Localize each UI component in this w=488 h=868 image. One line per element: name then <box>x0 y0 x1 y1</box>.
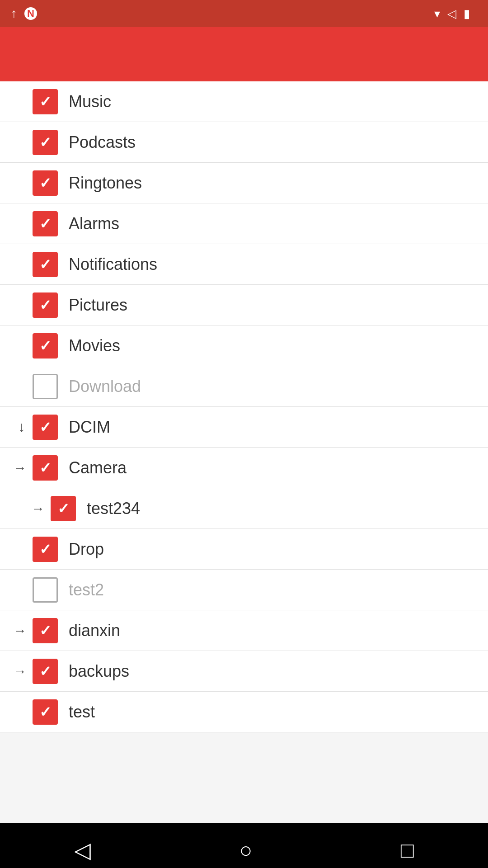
folder-item-test[interactable]: test <box>0 692 488 732</box>
folder-label-pictures: Pictures <box>69 296 127 315</box>
checkbox-download[interactable] <box>33 374 58 399</box>
folder-item-notifications[interactable]: Notifications <box>0 244 488 285</box>
folder-label-music: Music <box>69 92 111 111</box>
checkbox-podcasts[interactable] <box>33 130 58 155</box>
home-button[interactable]: ○ <box>239 838 252 863</box>
checkbox-music[interactable] <box>33 89 58 114</box>
folder-item-backups[interactable]: →backups <box>0 651 488 692</box>
mute-icon: ◁ <box>447 7 456 21</box>
checkbox-drop[interactable] <box>33 537 58 562</box>
folder-label-movies: Movies <box>69 336 120 355</box>
upload-icon: ↑ <box>11 6 17 21</box>
checkbox-movies[interactable] <box>33 333 58 359</box>
checkbox-alarms[interactable] <box>33 211 58 236</box>
status-bar-left: ↑ N <box>11 6 37 21</box>
checkbox-notifications[interactable] <box>33 252 58 277</box>
checkbox-backups[interactable] <box>33 659 58 684</box>
folder-label-backups: backups <box>69 662 129 681</box>
folder-item-ringtones[interactable]: Ringtones <box>0 163 488 203</box>
folder-label-dianxin: dianxin <box>69 621 120 640</box>
indent-right-icon: → <box>11 623 29 638</box>
folder-label-download: Download <box>69 377 141 396</box>
checkbox-ringtones[interactable] <box>33 170 58 196</box>
folder-item-movies[interactable]: Movies <box>0 326 488 366</box>
status-bar-right: ▾ ◁ ▮ <box>434 7 477 21</box>
indent-right-icon: → <box>11 664 29 679</box>
wifi-icon: ▾ <box>434 7 440 21</box>
checkbox-camera[interactable] <box>33 455 58 481</box>
folder-item-alarms[interactable]: Alarms <box>0 203 488 244</box>
bottom-nav-bar: ◁ ○ □ <box>0 823 488 868</box>
folder-item-dianxin[interactable]: →dianxin <box>0 610 488 651</box>
indent-right-icon: → <box>11 460 29 476</box>
folder-list: MusicPodcastsRingtonesAlarmsNotification… <box>0 81 488 732</box>
back-button[interactable]: ◁ <box>74 837 91 863</box>
folder-label-dcim: DCIM <box>69 418 110 437</box>
folder-item-camera[interactable]: →Camera <box>0 448 488 488</box>
indent-down-icon: ↓ <box>11 419 33 435</box>
folder-label-drop: Drop <box>69 540 104 559</box>
folder-item-test2[interactable]: test2 <box>0 570 488 610</box>
checkbox-test2[interactable] <box>33 577 58 603</box>
app-header <box>0 27 488 81</box>
folder-label-camera: Camera <box>69 458 127 477</box>
folder-item-download[interactable]: Download <box>0 366 488 407</box>
folder-item-dcim[interactable]: ↓DCIM <box>0 407 488 448</box>
checkbox-dianxin[interactable] <box>33 618 58 643</box>
folder-label-alarms: Alarms <box>69 214 119 233</box>
folder-label-test234: test234 <box>87 499 140 518</box>
checkbox-test234[interactable] <box>51 496 76 521</box>
battery-icon: ▮ <box>464 7 470 21</box>
folder-item-pictures[interactable]: Pictures <box>0 285 488 326</box>
notification-icon: N <box>24 7 37 20</box>
status-bar: ↑ N ▾ ◁ ▮ <box>0 0 488 27</box>
checkbox-pictures[interactable] <box>33 292 58 318</box>
folder-label-notifications: Notifications <box>69 255 157 274</box>
folder-item-test234[interactable]: →test234 <box>0 488 488 529</box>
empty-area <box>0 732 488 823</box>
indent-right-icon: → <box>29 501 47 516</box>
folder-item-podcasts[interactable]: Podcasts <box>0 122 488 163</box>
checkbox-dcim[interactable] <box>33 415 58 440</box>
folder-label-test2: test2 <box>69 580 104 599</box>
folder-item-drop[interactable]: Drop <box>0 529 488 570</box>
folder-item-music[interactable]: Music <box>0 81 488 122</box>
folder-label-test: test <box>69 703 95 722</box>
recents-button[interactable]: □ <box>401 838 414 863</box>
checkbox-test[interactable] <box>33 699 58 725</box>
folder-label-ringtones: Ringtones <box>69 174 142 193</box>
folder-label-podcasts: Podcasts <box>69 133 136 152</box>
